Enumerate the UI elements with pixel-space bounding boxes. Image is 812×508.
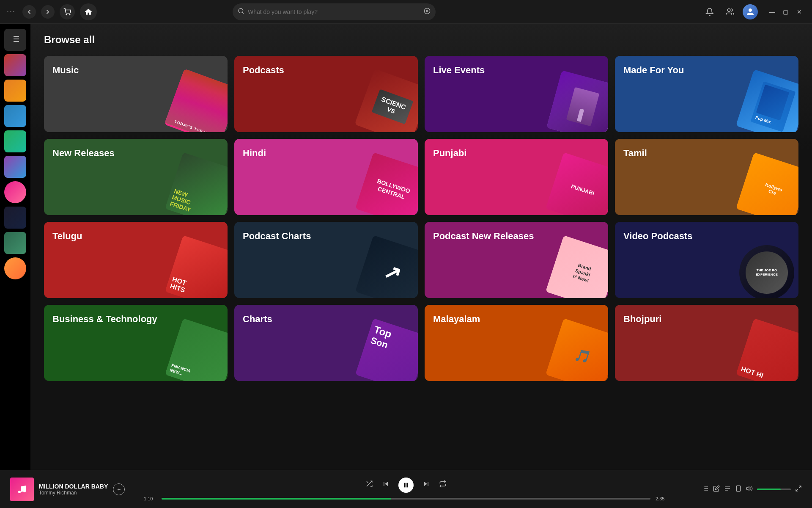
topbar-right: — ▢ ✕ xyxy=(702,4,805,19)
category-card-podcasts[interactable]: Podcasts SCIENC VS xyxy=(234,56,418,132)
category-art-malayalam: 🎵 xyxy=(546,318,608,381)
category-card-charts[interactable]: Charts Top Son xyxy=(234,305,418,381)
maximize-button[interactable]: ▢ xyxy=(780,6,792,18)
play-pause-button[interactable] xyxy=(398,478,414,493)
sidebar-item[interactable] xyxy=(4,232,26,254)
sidebar-item[interactable] xyxy=(4,130,26,152)
library-icon xyxy=(10,34,20,46)
category-card-telugu[interactable]: Telugu HOTHITS xyxy=(44,222,228,298)
category-card-live-events[interactable]: Live Events xyxy=(425,56,608,132)
control-buttons xyxy=(365,478,447,493)
svg-point-16 xyxy=(23,490,26,492)
cart-button[interactable] xyxy=(60,4,75,19)
category-label: Tamil xyxy=(623,147,790,160)
category-label: Podcasts xyxy=(243,64,409,77)
category-art-madeforyou: Pop Mix xyxy=(736,69,798,132)
category-card-music[interactable]: Music TODAY'S TOP HITS xyxy=(44,56,228,132)
svg-point-1 xyxy=(69,14,70,15)
svg-point-6 xyxy=(727,8,730,11)
category-label: Charts xyxy=(243,313,409,326)
main-layout: Browse all Music TODAY'S TOP HITS Podcas… xyxy=(0,24,812,470)
category-art-bhojpuri: HOT HI xyxy=(736,318,798,381)
category-label: New Releases xyxy=(52,147,219,160)
category-art-podcasts: SCIENC VS xyxy=(354,69,418,132)
back-button[interactable] xyxy=(22,5,36,19)
volume-bar[interactable] xyxy=(757,489,791,490)
category-art-tamil: KollywoCre xyxy=(736,152,798,215)
category-art-charts: Top Son xyxy=(355,318,418,381)
category-label: Punjabi xyxy=(433,147,600,160)
queue-button[interactable] xyxy=(702,485,709,494)
current-time: 1:10 xyxy=(144,496,156,501)
now-playing-right xyxy=(675,485,802,494)
menu-dots[interactable]: ··· xyxy=(7,7,16,16)
category-card-podcast-charts[interactable]: Podcast Charts ↗ xyxy=(234,222,418,298)
now-playing-track: MILLION DOLLAR BABY Tommy Richman + xyxy=(10,478,137,501)
friends-button[interactable] xyxy=(722,4,738,19)
sidebar-item[interactable] xyxy=(4,207,26,229)
clear-search-icon[interactable] xyxy=(424,8,431,16)
category-label: Music xyxy=(52,64,219,77)
progress-bar[interactable] xyxy=(162,498,650,500)
previous-button[interactable] xyxy=(381,480,390,490)
sidebar-item[interactable] xyxy=(4,257,26,279)
add-to-library-button[interactable]: + xyxy=(113,483,125,495)
category-label: Telugu xyxy=(52,230,219,243)
playlist-button[interactable] xyxy=(724,485,731,494)
shuffle-button[interactable] xyxy=(365,480,373,490)
category-card-tamil[interactable]: Tamil KollywoCre xyxy=(615,139,798,215)
volume-fill xyxy=(757,489,781,490)
lyrics-button[interactable] xyxy=(713,485,720,494)
category-card-malayalam[interactable]: Malayalam 🎵 xyxy=(425,305,608,381)
category-art-telugu: HOTHITS xyxy=(165,235,228,298)
notifications-button[interactable] xyxy=(702,4,717,19)
sidebar-item[interactable] xyxy=(4,181,26,203)
now-playing-thumbnail xyxy=(10,478,34,501)
category-art-business: FINANCIANEW... xyxy=(165,318,228,381)
fullscreen-button[interactable] xyxy=(795,485,802,494)
svg-point-0 xyxy=(66,14,67,15)
category-card-made-for-you[interactable]: Made For You Pop Mix xyxy=(615,56,798,132)
category-art-videopodcasts: THE JOE ROEXPERIENCE xyxy=(739,245,794,298)
category-card-video-podcasts[interactable]: Video Podcasts THE JOE ROEXPERIENCE xyxy=(615,222,798,298)
category-card-bhojpuri[interactable]: Bhojpuri HOT HI xyxy=(615,305,798,381)
search-bar xyxy=(233,3,436,20)
category-label: Podcast Charts xyxy=(243,230,409,243)
track-artist: Tommy Richman xyxy=(39,490,108,496)
progress-fill xyxy=(162,498,391,500)
library-button[interactable] xyxy=(4,29,26,51)
window-controls: — ▢ ✕ xyxy=(766,6,805,18)
category-art-newreleases: NEWMUSICFRIDAY xyxy=(165,152,228,215)
avatar[interactable] xyxy=(743,4,758,19)
category-label: Bhojpuri xyxy=(623,313,790,326)
category-art-hindi: BOLLYWOOCENTRAL xyxy=(355,152,418,215)
sidebar-item[interactable] xyxy=(4,105,26,127)
category-label: Made For You xyxy=(623,64,790,77)
close-button[interactable]: ✕ xyxy=(793,6,805,18)
category-label: Video Podcasts xyxy=(623,230,790,243)
category-card-punjabi[interactable]: Punjabi PUNJABI xyxy=(425,139,608,215)
category-card-business-technology[interactable]: Business & Technology FINANCIANEW... xyxy=(44,305,228,381)
sidebar-item[interactable] xyxy=(4,156,26,178)
next-button[interactable] xyxy=(422,480,431,490)
devices-button[interactable] xyxy=(735,485,742,494)
svg-rect-19 xyxy=(404,483,406,487)
search-input[interactable] xyxy=(248,8,420,15)
home-button[interactable] xyxy=(80,3,97,20)
category-label: Malayalam xyxy=(433,313,600,326)
forward-button[interactable] xyxy=(41,5,55,19)
svg-rect-20 xyxy=(406,483,408,487)
category-card-hindi[interactable]: Hindi BOLLYWOOCENTRAL xyxy=(234,139,418,215)
category-card-podcast-new-releases[interactable]: Podcast New Releases BrandSpankin' New! xyxy=(425,222,608,298)
category-card-new-releases[interactable]: New Releases NEWMUSICFRIDAY xyxy=(44,139,228,215)
sidebar-item[interactable] xyxy=(4,54,26,76)
playback-controls: 1:10 2:35 xyxy=(144,478,668,501)
category-label: Business & Technology xyxy=(52,313,219,326)
minimize-button[interactable]: — xyxy=(766,6,778,18)
repeat-button[interactable] xyxy=(439,480,447,490)
category-art-podcastcharts: ↗ xyxy=(355,235,418,298)
svg-point-2 xyxy=(239,8,243,13)
content-area: Browse all Music TODAY'S TOP HITS Podcas… xyxy=(30,24,812,470)
sidebar-item[interactable] xyxy=(4,80,26,102)
volume-button[interactable] xyxy=(746,485,753,494)
